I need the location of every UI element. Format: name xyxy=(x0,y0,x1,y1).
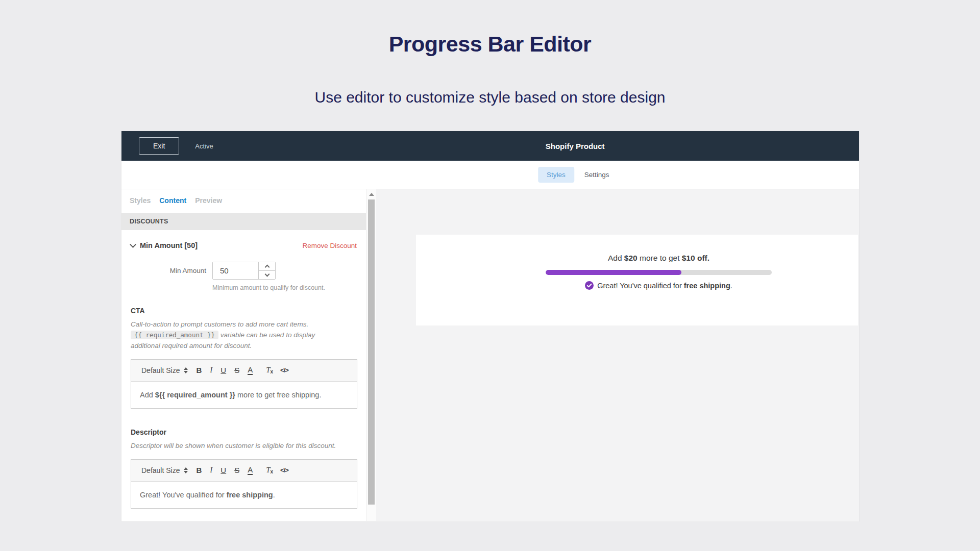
sidebar-scrollbar[interactable] xyxy=(366,189,376,521)
chevron-down-icon xyxy=(130,241,136,248)
descriptor-editor-content[interactable]: Great! You've qualified for free shippin… xyxy=(131,482,357,508)
stepper-down-button[interactable] xyxy=(259,271,275,279)
underline-button[interactable]: U xyxy=(220,466,226,474)
discount-block: Min Amount [50] Remove Discount Min Amou… xyxy=(121,241,366,509)
text-color-button[interactable]: A xyxy=(248,466,253,475)
window-title: Shopify Product xyxy=(546,142,605,151)
cta-desc-line3: required amount for discount. xyxy=(162,342,252,349)
font-size-select[interactable]: Default Size xyxy=(141,466,180,474)
min-amount-input[interactable] xyxy=(213,262,258,279)
descriptor-description: Descriptor will be shown when customer i… xyxy=(131,441,345,452)
tab-styles[interactable]: Styles xyxy=(538,167,574,183)
tab-settings[interactable]: Settings xyxy=(584,171,609,179)
descriptor-editor-toolbar: Default Size B I U S A Tx </> xyxy=(131,460,357,482)
progress-bar-fill xyxy=(546,270,681,275)
scroll-up-arrow-icon[interactable] xyxy=(369,193,374,196)
editor-header: Exit Active Shopify Product xyxy=(121,131,859,161)
clear-format-button[interactable]: Tx xyxy=(266,366,273,374)
size-sort-icon[interactable] xyxy=(184,367,188,373)
cta-editor: Default Size B I U S A Tx </> Add ${{ re… xyxy=(131,359,357,409)
min-amount-label: Min Amount xyxy=(131,267,206,274)
discount-title: Min Amount [50] xyxy=(140,241,198,249)
page-title: Progress Bar Editor xyxy=(0,32,980,57)
clear-format-button[interactable]: Tx xyxy=(266,466,273,474)
strikethrough-button[interactable]: S xyxy=(234,466,239,474)
code-view-button[interactable]: </> xyxy=(280,366,288,374)
discounts-section-header: DISCOUNTS xyxy=(121,213,366,230)
descriptor-editor: Default Size B I U S A Tx </> Great! You… xyxy=(131,459,357,509)
preview-cta-text: Add $20 more to get $10 off. xyxy=(546,254,772,263)
underline-button[interactable]: U xyxy=(220,366,226,374)
remove-discount-link[interactable]: Remove Discount xyxy=(302,242,357,249)
sidebar-tab-preview[interactable]: Preview xyxy=(195,196,222,205)
min-amount-help: Minimum amount to qualify for discount. xyxy=(212,284,357,291)
code-view-button[interactable]: </> xyxy=(280,466,288,474)
page-subtitle: Use editor to customize style based on s… xyxy=(0,89,980,106)
sidebar-tab-bar: Styles Content Preview xyxy=(121,189,366,205)
bold-button[interactable]: B xyxy=(196,466,202,474)
discount-collapse-toggle[interactable]: Min Amount [50] xyxy=(131,241,198,249)
min-amount-stepper xyxy=(258,262,275,279)
preview-descriptor-text: Great! You've qualified for free shippin… xyxy=(546,281,772,290)
editor-window: Exit Active Shopify Product Styles Setti… xyxy=(121,131,859,521)
top-tab-bar: Styles Settings xyxy=(121,161,859,189)
cta-desc-line1: Call-to-action to prompt customers to ad… xyxy=(131,320,308,328)
status-label: Active xyxy=(195,142,213,150)
strikethrough-button[interactable]: S xyxy=(234,366,239,374)
cta-editor-content[interactable]: Add ${{ required_amount }} more to get f… xyxy=(131,382,357,408)
cta-heading: CTA xyxy=(131,307,357,315)
chevron-down-icon xyxy=(264,272,270,277)
text-color-button[interactable]: A xyxy=(248,366,253,375)
font-size-select[interactable]: Default Size xyxy=(141,366,180,374)
progress-bar-preview-card: Add $20 more to get $10 off. Great! You'… xyxy=(416,235,858,325)
cta-editor-toolbar: Default Size B I U S A Tx </> xyxy=(131,360,357,382)
check-circle-icon xyxy=(585,281,594,290)
exit-button[interactable]: Exit xyxy=(139,137,179,155)
sidebar-tab-content[interactable]: Content xyxy=(159,196,186,205)
bold-button[interactable]: B xyxy=(196,366,202,374)
min-amount-field xyxy=(212,262,276,280)
italic-button[interactable]: I xyxy=(210,466,212,474)
sidebar: Styles Content Preview DISCOUNTS Min Amo… xyxy=(121,189,366,521)
size-sort-icon[interactable] xyxy=(184,467,188,473)
italic-button[interactable]: I xyxy=(210,366,212,374)
stepper-up-button[interactable] xyxy=(259,262,275,271)
progress-bar-track xyxy=(546,270,772,275)
sidebar-tab-styles[interactable]: Styles xyxy=(130,196,151,205)
required-amount-variable-chip: {{ required_amount }} xyxy=(131,331,218,339)
cta-description: Call-to-action to prompt customers to ad… xyxy=(131,319,345,352)
descriptor-heading: Descriptor xyxy=(131,428,357,436)
chevron-up-icon xyxy=(264,265,270,270)
scrollbar-thumb[interactable] xyxy=(368,199,375,505)
preview-panel: Add $20 more to get $10 off. Great! You'… xyxy=(376,189,859,521)
